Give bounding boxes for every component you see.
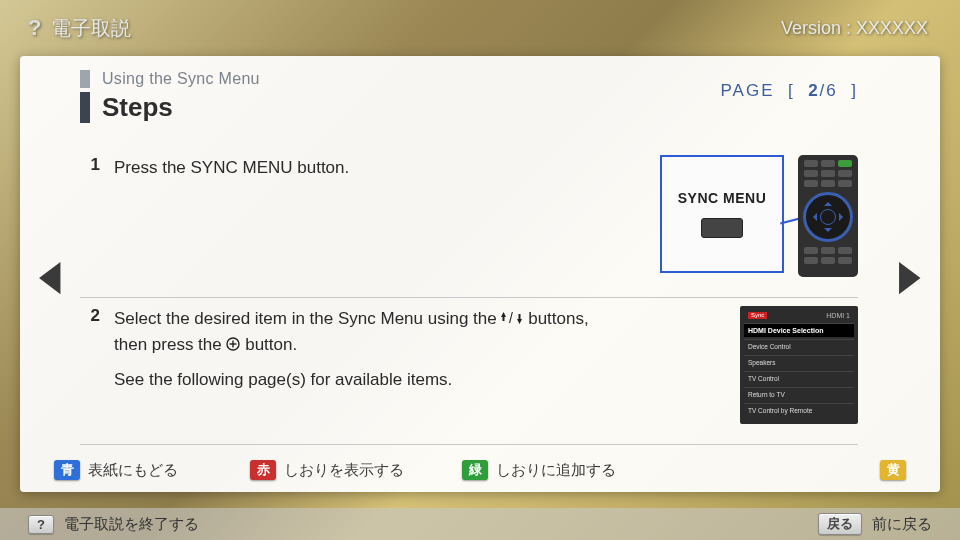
help-button[interactable]: ? [28,515,54,534]
main-area: Using the Sync Menu Steps PAGE [ 2/6 ] 1… [80,56,880,492]
blue-button[interactable]: 青 [54,460,80,480]
content-panel: ◀ Using the Sync Menu Steps PAGE [ 2/6 ]… [20,56,940,492]
next-page-arrow[interactable]: ▶ [899,249,921,299]
breadcrumb: Using the Sync Menu [80,70,721,88]
top-bar: ? 電子取説 Version : XXXXXX [0,0,960,56]
svg-text:/: / [509,311,513,325]
svg-rect-4 [519,314,521,320]
sync-menu-screenshot: SyncHDMI 1 HDMI Device Selection Device … [740,306,858,424]
page-header: Using the Sync Menu Steps PAGE [ 2/6 ] [80,56,880,123]
help-icon: ? [28,15,41,41]
step-2-graphic: SyncHDMI 1 HDMI Device Selection Device … [628,306,858,424]
app-title: ? 電子取説 [28,15,131,42]
bottom-bar: ? 電子取説を終了する 戻る 前に戻る [0,508,960,540]
back-button-label: 前に戻る [872,515,932,534]
green-button[interactable]: 緑 [462,460,488,480]
step-text: Press the SYNC MENU button. [114,155,614,181]
page-title: Steps [80,92,721,123]
prev-page-arrow[interactable]: ◀ [39,249,61,299]
step-1: 1 Press the SYNC MENU button. SYNC MENU [80,147,858,297]
blue-button-label: 表紙にもどる [88,461,178,480]
app-title-text: 電子取説 [51,15,131,42]
sync-menu-button-shape [701,218,743,238]
red-button-label: しおりを表示する [284,461,404,480]
nav-right-col: ▶ [880,56,940,492]
steps-content: 1 Press the SYNC MENU button. SYNC MENU [80,123,880,492]
color-button-bar: 青 表紙にもどる 赤 しおりを表示する 緑 しおりに追加する 黄 [54,460,906,480]
step-number: 2 [80,306,100,326]
step-2: 2 Select the desired item in the Sync Me… [80,298,858,444]
page-indicator: PAGE [ 2/6 ] [721,81,858,123]
version-label: Version : XXXXXX [781,18,928,39]
sync-menu-label: SYNC MENU [678,190,767,206]
help-button-label: 電子取説を終了する [64,515,199,534]
remote-illustration [798,155,858,277]
red-button[interactable]: 赤 [250,460,276,480]
up-down-arrow-icon: / [501,307,523,333]
step-number: 1 [80,155,100,175]
svg-rect-1 [503,316,505,321]
step-divider [80,444,858,445]
step-1-graphic: SYNC MENU [628,155,858,277]
step-text: Select the desired item in the Sync Menu… [114,306,614,392]
step-subtext: See the following page(s) for available … [114,367,614,393]
yellow-button[interactable]: 黄 [880,460,906,480]
plus-circle-icon [226,333,240,359]
sync-menu-callout: SYNC MENU [660,155,784,273]
green-button-label: しおりに追加する [496,461,616,480]
nav-left-col: ◀ [20,56,80,492]
back-button[interactable]: 戻る [818,513,862,535]
